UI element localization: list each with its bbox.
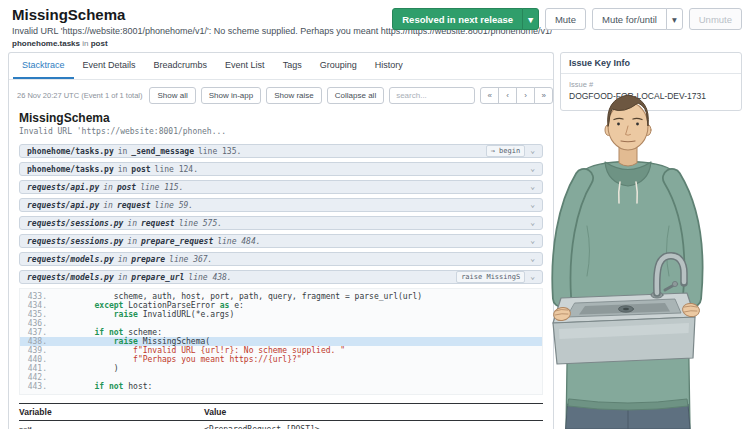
- frame-line: line 438.: [188, 273, 231, 282]
- event-panel: Stacktrace Event Details Breadcrumbs Eve…: [8, 52, 554, 429]
- chevron-down-icon[interactable]: ⌄: [530, 237, 535, 245]
- variable-column-header: Variable: [19, 407, 204, 417]
- exception-type: MissingSchema: [19, 111, 543, 125]
- stack-frame[interactable]: phonehome/tasks.py in _send_message line…: [19, 144, 543, 158]
- variable-row: self <PreparedRequest [POST]>: [19, 421, 543, 429]
- mute-for-caret-icon[interactable]: ▾: [666, 8, 683, 30]
- tab-tags[interactable]: Tags: [274, 53, 311, 79]
- code-line: 437. if not scheme:: [20, 328, 542, 337]
- event-pagination: « ‹ › »: [480, 87, 553, 104]
- code-line: 434. except LocationParseError as e:: [20, 301, 542, 310]
- show-all-button[interactable]: Show all: [149, 87, 195, 104]
- tab-event-list[interactable]: Event List: [216, 53, 274, 79]
- culprit-module: phonehome.tasks: [12, 39, 80, 48]
- frame-module: phonehome/tasks.py: [27, 147, 114, 156]
- stack-frame[interactable]: requests/sessions.py in prepare_request …: [19, 234, 543, 248]
- chevron-down-icon[interactable]: ⌄: [530, 219, 535, 227]
- mute-for-button[interactable]: Mute for/until: [592, 8, 667, 30]
- unmute-button[interactable]: Unmute: [689, 8, 742, 30]
- frame-module: requests/api.py: [27, 201, 99, 210]
- code-line: 436.: [20, 319, 542, 328]
- collapse-all-button[interactable]: Collapse all: [327, 87, 384, 104]
- frame-variables: Variable Value self <PreparedRequest [PO…: [19, 403, 543, 429]
- chevron-down-icon[interactable]: ⌄: [530, 147, 535, 155]
- chevron-down-icon[interactable]: ⌄: [530, 201, 535, 209]
- tab-history[interactable]: History: [366, 53, 412, 79]
- frame-in: in: [118, 273, 128, 282]
- source-code-context: 433. scheme, auth, host, port, path, que…: [19, 288, 543, 395]
- frame-line: line 135.: [198, 147, 241, 156]
- code-lines: 433. scheme, auth, host, port, path, que…: [20, 292, 542, 391]
- exception-summary: MissingSchema Invalid URL 'https://websi…: [9, 109, 553, 140]
- resolve-button[interactable]: Resolved in next release: [392, 8, 523, 30]
- frame-in: in: [103, 201, 113, 210]
- chevron-down-icon[interactable]: ⌄: [530, 183, 535, 191]
- chevron-down-icon[interactable]: ⌄: [530, 273, 535, 281]
- frame-in: in: [103, 183, 113, 192]
- tab-event-details[interactable]: Event Details: [74, 53, 145, 79]
- code-line: 440. f"Perhaps you meant https://{url}?": [20, 355, 542, 364]
- show-raise-button[interactable]: Show raise: [266, 87, 322, 104]
- culprit-separator: in: [82, 39, 88, 48]
- code-line: 441. ): [20, 364, 542, 373]
- chevron-down-icon[interactable]: ⌄: [530, 255, 535, 263]
- event-tabs: Stacktrace Event Details Breadcrumbs Eve…: [9, 53, 553, 80]
- frame-in: in: [127, 219, 137, 228]
- frame-module: requests/api.py: [27, 183, 99, 192]
- stack-frame[interactable]: requests/api.py in post line 115. ⌄: [19, 180, 543, 194]
- frame-function: post: [117, 183, 136, 192]
- last-event-icon[interactable]: »: [534, 87, 553, 104]
- stack-frames: phonehome/tasks.py in _send_message line…: [9, 140, 553, 284]
- mute-button[interactable]: Mute: [545, 8, 586, 30]
- stack-frame[interactable]: requests/api.py in request line 59. ⌄: [19, 198, 543, 212]
- issue-actions: Resolved in next release ▾ Mute Mute for…: [392, 8, 742, 30]
- frame-function: post: [131, 165, 150, 174]
- stacktrace-toolbar: 26 Nov 20:27 UTC (Event 1 of 1 total) Sh…: [9, 80, 553, 109]
- stack-frame[interactable]: requests/models.py in prepare_url line 4…: [19, 270, 543, 284]
- frame-function: request: [117, 201, 151, 210]
- first-event-icon[interactable]: «: [480, 87, 499, 104]
- tab-breadcrumbs[interactable]: Breadcrumbs: [145, 53, 217, 79]
- frame-in: in: [118, 255, 128, 264]
- frame-function: prepare_request: [141, 237, 213, 246]
- frame-function: prepare_url: [131, 273, 184, 282]
- frame-in: in: [118, 165, 128, 174]
- next-event-icon[interactable]: ›: [516, 87, 535, 104]
- frame-module: phonehome/tasks.py: [27, 165, 114, 174]
- stack-frame[interactable]: requests/models.py in prepare line 367. …: [19, 252, 543, 266]
- frame-line: line 367.: [169, 255, 212, 264]
- tab-stacktrace[interactable]: Stacktrace: [13, 53, 74, 79]
- frame-module: requests/models.py: [27, 255, 114, 264]
- variable-value: <PreparedRequest [POST]>: [204, 425, 320, 429]
- frame-line: line 124.: [155, 165, 198, 174]
- frame-search-input[interactable]: [389, 87, 475, 104]
- value-column-header: Value: [204, 407, 226, 417]
- issue-key-info-card: Issue Key Info Issue # DOGFOOD-FOR-LOCAL…: [560, 52, 742, 111]
- frame-module: requests/sessions.py: [27, 237, 123, 246]
- frame-module: requests/sessions.py: [27, 219, 123, 228]
- code-line: 433. scheme, auth, host, port, path, que…: [20, 292, 542, 301]
- frame-line: line 59.: [155, 201, 194, 210]
- tab-grouping[interactable]: Grouping: [311, 53, 366, 79]
- code-line: 439. f"Invalid URL {url!r}: No scheme su…: [20, 346, 542, 355]
- issue-number-value: DOGFOOD-FOR-LOCAL-DEV-1731: [569, 91, 733, 101]
- frame-module: requests/models.py: [27, 273, 114, 282]
- code-line: 442.: [20, 373, 542, 382]
- chevron-down-icon[interactable]: ⌄: [530, 165, 535, 173]
- stack-frame[interactable]: requests/sessions.py in request line 575…: [19, 216, 543, 230]
- frame-line: line 484.: [217, 237, 260, 246]
- code-line: 438. raise MissingSchema(: [20, 337, 542, 346]
- resolve-dropdown-caret-icon[interactable]: ▾: [522, 8, 539, 30]
- code-line: 435. raise InvalidURL(*e.args): [20, 310, 542, 319]
- stack-frame[interactable]: phonehome/tasks.py in post line 124. ⌄: [19, 162, 543, 176]
- code-line: 443. if not host:: [20, 382, 542, 391]
- frame-function: request: [141, 219, 175, 228]
- frame-raise-badge: raise MissingS: [456, 271, 525, 283]
- show-in-app-button[interactable]: Show in-app: [201, 87, 261, 104]
- culprit-function: post: [91, 39, 108, 48]
- issue-culprit: phonehome.tasks in post: [12, 39, 552, 48]
- frame-begin-badge: → begin: [486, 145, 526, 157]
- issue-key-info-title: Issue Key Info: [561, 53, 741, 74]
- variables-header: Variable Value: [19, 403, 543, 421]
- prev-event-icon[interactable]: ‹: [498, 87, 517, 104]
